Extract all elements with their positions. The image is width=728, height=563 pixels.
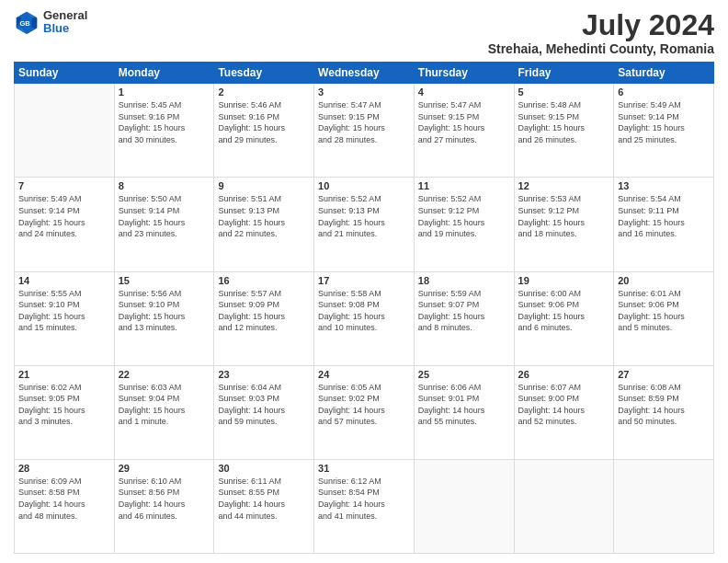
day-info: Sunrise: 5:49 AM Sunset: 9:14 PM Dayligh…: [618, 99, 710, 145]
day-info: Sunrise: 5:48 AM Sunset: 9:15 PM Dayligh…: [518, 99, 610, 145]
day-info: Sunrise: 6:05 AM Sunset: 9:02 PM Dayligh…: [318, 382, 410, 428]
calendar-cell: 21Sunrise: 6:02 AM Sunset: 9:05 PM Dayli…: [15, 365, 115, 459]
day-info: Sunrise: 6:11 AM Sunset: 8:55 PM Dayligh…: [218, 476, 310, 522]
day-info: Sunrise: 5:56 AM Sunset: 9:10 PM Dayligh…: [119, 288, 210, 334]
calendar-cell: 31Sunrise: 6:12 AM Sunset: 8:54 PM Dayli…: [314, 459, 415, 553]
calendar-cell: 15Sunrise: 5:56 AM Sunset: 9:10 PM Dayli…: [114, 271, 214, 365]
day-info: Sunrise: 5:58 AM Sunset: 9:08 PM Dayligh…: [318, 288, 410, 334]
subtitle: Strehaia, Mehedinti County, Romania: [488, 41, 714, 56]
calendar-cell: 2Sunrise: 5:46 AM Sunset: 9:16 PM Daylig…: [214, 84, 314, 178]
calendar-cell: 13Sunrise: 5:54 AM Sunset: 9:11 PM Dayli…: [614, 178, 714, 271]
day-info: Sunrise: 6:09 AM Sunset: 8:58 PM Dayligh…: [18, 476, 110, 522]
calendar-week-row: 7Sunrise: 5:49 AM Sunset: 9:14 PM Daylig…: [15, 178, 714, 271]
day-number: 25: [418, 369, 510, 380]
day-number: 21: [18, 369, 110, 380]
logo-line1: General: [43, 9, 87, 22]
calendar-week-row: 28Sunrise: 6:09 AM Sunset: 8:58 PM Dayli…: [15, 459, 714, 553]
calendar-cell: [514, 459, 614, 553]
calendar-cell: [15, 84, 115, 178]
calendar-cell: 5Sunrise: 5:48 AM Sunset: 9:15 PM Daylig…: [514, 84, 614, 178]
calendar-cell: 30Sunrise: 6:11 AM Sunset: 8:55 PM Dayli…: [214, 459, 314, 553]
header: GB General Blue July 2024 Strehaia, Mehe…: [14, 9, 714, 56]
day-info: Sunrise: 5:53 AM Sunset: 9:12 PM Dayligh…: [518, 193, 610, 239]
day-number: 31: [318, 463, 410, 474]
day-info: Sunrise: 6:03 AM Sunset: 9:04 PM Dayligh…: [119, 382, 210, 428]
main-title: July 2024: [488, 9, 714, 41]
day-number: 22: [119, 369, 210, 380]
logo: GB General Blue: [14, 9, 87, 36]
day-number: 12: [518, 180, 610, 191]
calendar-week-row: 14Sunrise: 5:55 AM Sunset: 9:10 PM Dayli…: [15, 271, 714, 365]
calendar-week-row: 21Sunrise: 6:02 AM Sunset: 9:05 PM Dayli…: [15, 365, 714, 459]
day-info: Sunrise: 6:10 AM Sunset: 8:56 PM Dayligh…: [119, 476, 210, 522]
day-number: 28: [18, 463, 110, 474]
day-info: Sunrise: 5:55 AM Sunset: 9:10 PM Dayligh…: [18, 288, 110, 334]
day-info: Sunrise: 5:54 AM Sunset: 9:11 PM Dayligh…: [618, 193, 710, 239]
calendar-cell: 6Sunrise: 5:49 AM Sunset: 9:14 PM Daylig…: [614, 84, 714, 178]
day-number: 3: [318, 86, 410, 98]
day-number: 13: [618, 180, 710, 191]
calendar-cell: 29Sunrise: 6:10 AM Sunset: 8:56 PM Dayli…: [114, 459, 214, 553]
calendar-cell: [614, 459, 714, 553]
weekday-header-monday: Monday: [114, 63, 214, 84]
day-number: 20: [618, 275, 710, 286]
weekday-header-saturday: Saturday: [614, 63, 714, 84]
calendar-cell: 27Sunrise: 6:08 AM Sunset: 8:59 PM Dayli…: [614, 365, 714, 459]
calendar-cell: 28Sunrise: 6:09 AM Sunset: 8:58 PM Dayli…: [15, 459, 115, 553]
weekday-header-row: SundayMondayTuesdayWednesdayThursdayFrid…: [15, 63, 714, 84]
day-info: Sunrise: 6:02 AM Sunset: 9:05 PM Dayligh…: [18, 382, 110, 428]
calendar-cell: 25Sunrise: 6:06 AM Sunset: 9:01 PM Dayli…: [414, 365, 514, 459]
day-number: 11: [418, 180, 510, 191]
calendar-cell: 16Sunrise: 5:57 AM Sunset: 9:09 PM Dayli…: [214, 271, 314, 365]
calendar-cell: 12Sunrise: 5:53 AM Sunset: 9:12 PM Dayli…: [514, 178, 614, 271]
calendar-cell: 18Sunrise: 5:59 AM Sunset: 9:07 PM Dayli…: [414, 271, 514, 365]
calendar-cell: 4Sunrise: 5:47 AM Sunset: 9:15 PM Daylig…: [414, 84, 514, 178]
svg-marker-2: [32, 18, 38, 29]
calendar-cell: 20Sunrise: 6:01 AM Sunset: 9:06 PM Dayli…: [614, 271, 714, 365]
day-info: Sunrise: 5:57 AM Sunset: 9:09 PM Dayligh…: [218, 288, 310, 334]
day-number: 14: [18, 275, 110, 286]
day-number: 5: [518, 86, 610, 98]
day-number: 15: [119, 275, 210, 286]
calendar-cell: 22Sunrise: 6:03 AM Sunset: 9:04 PM Dayli…: [114, 365, 214, 459]
calendar-cell: 26Sunrise: 6:07 AM Sunset: 9:00 PM Dayli…: [514, 365, 614, 459]
logo-icon: GB: [14, 9, 40, 35]
logo-line2: Blue: [43, 22, 87, 35]
calendar-cell: 3Sunrise: 5:47 AM Sunset: 9:15 PM Daylig…: [314, 84, 415, 178]
page: GB General Blue July 2024 Strehaia, Mehe…: [0, 0, 728, 563]
day-info: Sunrise: 5:46 AM Sunset: 9:16 PM Dayligh…: [218, 99, 310, 145]
day-info: Sunrise: 6:08 AM Sunset: 8:59 PM Dayligh…: [618, 382, 710, 428]
day-number: 29: [119, 463, 210, 474]
day-number: 26: [518, 369, 610, 380]
day-number: 19: [518, 275, 610, 286]
day-info: Sunrise: 5:49 AM Sunset: 9:14 PM Dayligh…: [18, 193, 110, 239]
day-info: Sunrise: 5:59 AM Sunset: 9:07 PM Dayligh…: [418, 288, 510, 334]
calendar-week-row: 1Sunrise: 5:45 AM Sunset: 9:16 PM Daylig…: [15, 84, 714, 178]
day-number: 8: [119, 180, 210, 191]
weekday-header-sunday: Sunday: [15, 63, 115, 84]
day-number: 23: [218, 369, 310, 380]
calendar-cell: 7Sunrise: 5:49 AM Sunset: 9:14 PM Daylig…: [15, 178, 115, 271]
day-info: Sunrise: 5:52 AM Sunset: 9:12 PM Dayligh…: [418, 193, 510, 239]
calendar-cell: 24Sunrise: 6:05 AM Sunset: 9:02 PM Dayli…: [314, 365, 415, 459]
day-number: 4: [418, 86, 510, 98]
weekday-header-friday: Friday: [514, 63, 614, 84]
day-info: Sunrise: 5:50 AM Sunset: 9:14 PM Dayligh…: [119, 193, 210, 239]
day-number: 18: [418, 275, 510, 286]
calendar-cell: [414, 459, 514, 553]
calendar-cell: 9Sunrise: 5:51 AM Sunset: 9:13 PM Daylig…: [214, 178, 314, 271]
day-number: 9: [218, 180, 310, 191]
calendar-cell: 14Sunrise: 5:55 AM Sunset: 9:10 PM Dayli…: [15, 271, 115, 365]
day-info: Sunrise: 6:01 AM Sunset: 9:06 PM Dayligh…: [618, 288, 710, 334]
day-info: Sunrise: 6:07 AM Sunset: 9:00 PM Dayligh…: [518, 382, 610, 428]
title-area: July 2024 Strehaia, Mehedinti County, Ro…: [488, 9, 714, 56]
calendar-cell: 23Sunrise: 6:04 AM Sunset: 9:03 PM Dayli…: [214, 365, 314, 459]
svg-text:GB: GB: [20, 19, 31, 28]
weekday-header-wednesday: Wednesday: [314, 63, 415, 84]
day-info: Sunrise: 6:04 AM Sunset: 9:03 PM Dayligh…: [218, 382, 310, 428]
day-info: Sunrise: 5:47 AM Sunset: 9:15 PM Dayligh…: [418, 99, 510, 145]
calendar-cell: 19Sunrise: 6:00 AM Sunset: 9:06 PM Dayli…: [514, 271, 614, 365]
weekday-header-tuesday: Tuesday: [214, 63, 314, 84]
day-info: Sunrise: 5:47 AM Sunset: 9:15 PM Dayligh…: [318, 99, 410, 145]
day-number: 30: [218, 463, 310, 474]
